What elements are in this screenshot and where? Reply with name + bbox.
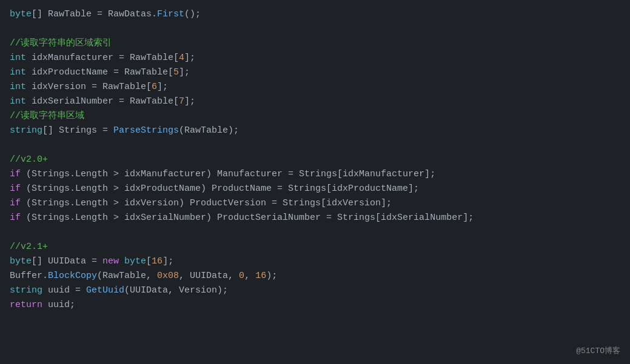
code-line-9: string[] Strings = ParseStrings(RawTable… — [10, 124, 620, 138]
code-line-20: string uuid = GetUuid(UUIData, Version); — [10, 283, 620, 298]
watermark-label: @51CTO博客 — [576, 345, 620, 358]
code-line-16 — [10, 225, 620, 240]
code-line-1: byte[] RawTable = RawDatas.First(); — [10, 7, 620, 22]
code-line-2 — [10, 22, 620, 36]
code-line-19: Buffer.BlockCopy(RawTable, 0x08, UUIData… — [10, 269, 620, 283]
code-line-12: if (Strings.Length > idxManufacturer) Ma… — [10, 167, 620, 182]
code-line-4: int idxManufacturer = RawTable[4]; — [10, 51, 620, 65]
code-line-7: int idxSerialNumber = RawTable[7]; — [10, 94, 620, 109]
code-line-5: int idxProductName = RawTable[5]; — [10, 65, 620, 80]
code-line-17: //v2.1+ — [10, 240, 620, 254]
code-line-18: byte[] UUIData = new byte[16]; — [10, 254, 620, 269]
code-editor: byte[] RawTable = RawDatas.First(); //读取… — [0, 0, 630, 364]
code-line-11: //v2.0+ — [10, 153, 620, 167]
code-line-15: if (Strings.Length > idxSerialNumber) Pr… — [10, 211, 620, 225]
code-line-8: //读取字符串区域 — [10, 109, 620, 124]
code-line-21: return uuid; — [10, 298, 620, 313]
code-line-6: int idxVersion = RawTable[6]; — [10, 80, 620, 94]
code-line-13: if (Strings.Length > idxProductName) Pro… — [10, 182, 620, 196]
code-line-3: //读取字符串的区域索引 — [10, 36, 620, 51]
code-line-14: if (Strings.Length > idxVersion) Product… — [10, 196, 620, 211]
code-line-10 — [10, 138, 620, 153]
